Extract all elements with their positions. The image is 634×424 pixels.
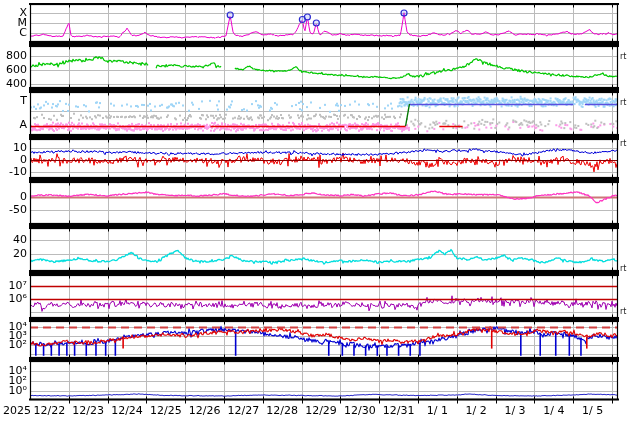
x-axis-date-label: 1/ 4 [543,404,564,417]
y-axis-label: 10⁰ [0,384,27,397]
x-axis-date-label: 12/22 [34,404,66,417]
x-axis-date-label: 12/31 [383,404,415,417]
y-axis-label: -50 [0,203,27,216]
realtime-data-tag: rt [620,52,626,61]
y-axis-label: 20 [0,247,27,260]
x-axis-year-label: 2025 [3,404,31,417]
realtime-data-tag: rt [620,264,626,273]
panel-imf-bfield [30,139,618,178]
x-axis-date-label: 1/ 1 [427,404,448,417]
x-axis-date-label: 12/23 [72,404,104,417]
x-axis-date-label: 1/ 3 [504,404,525,417]
realtime-data-tag: rt [620,98,626,107]
panel-dst-index [30,182,618,224]
x-axis-date-label: 12/30 [344,404,376,417]
panel-t-a-scatter [30,92,618,135]
y-axis-label: 10⁶ [0,292,27,305]
panel-xray-flux [30,4,618,42]
x-axis-date-label: 12/29 [305,404,337,417]
y-axis-label: A [0,118,27,131]
x-axis-date-label: 1/ 5 [582,404,603,417]
x-axis-date-label: 12/24 [111,404,143,417]
y-axis-label: 600 [0,63,27,76]
x-axis-date-label: 12/26 [189,404,221,417]
y-axis-label: -10 [0,165,27,178]
y-axis-label: 40 [0,233,27,246]
panel-high-energy-flux [30,275,618,318]
panel-proton-density [30,228,618,271]
realtime-data-tag: rt [620,307,626,316]
panel-low-energy-flux [30,361,618,400]
y-axis-label: 10⁷ [0,279,27,292]
realtime-data-tag: rt [620,139,626,148]
y-axis-label: 800 [0,49,27,62]
y-axis-label: 0 [0,190,27,203]
x-axis-date-label: 12/25 [150,404,182,417]
y-axis-label: C [0,26,27,39]
y-axis-label: 10² [0,338,27,351]
x-axis-date-label: 12/28 [266,404,298,417]
x-axis-date-label: 1/ 2 [466,404,487,417]
y-axis-label: 400 [0,77,27,90]
space-weather-multipanel-chart: 2025 XMC800600400TA100-100-50402010⁷10⁶1… [0,0,634,424]
panel-mid-energy-flux [30,321,618,358]
x-axis-date-label: 12/27 [228,404,260,417]
y-axis-label: T [0,94,27,107]
panel-solar-wind-speed [30,46,618,88]
